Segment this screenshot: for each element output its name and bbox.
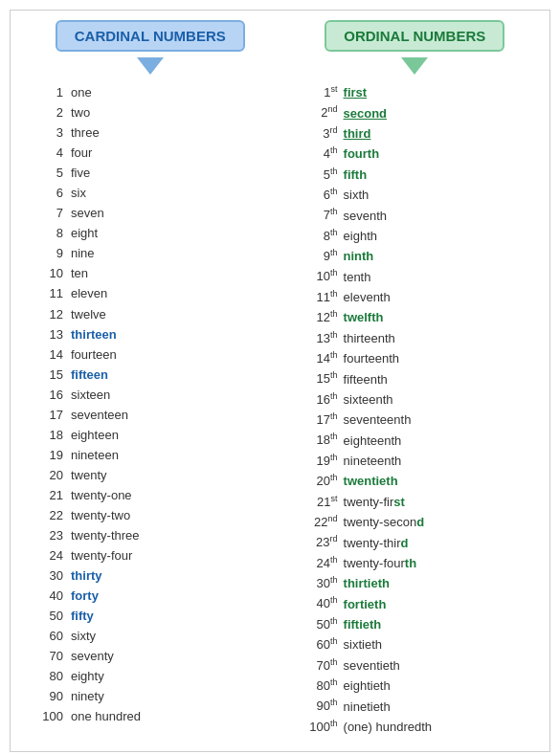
- ordinal-word: eightieth: [344, 676, 391, 696]
- cardinal-number: 70: [34, 646, 63, 666]
- ordinal-number: 50th: [296, 614, 338, 634]
- ordinal-word: sixteenth: [344, 389, 393, 410]
- ordinal-word: seventh: [344, 206, 388, 226]
- ordinal-number: 2nd: [296, 102, 338, 122]
- ordinal-number: 11th: [296, 287, 338, 307]
- ordinal-word: twenty-second: [344, 512, 425, 532]
- cardinal-number: 30: [34, 566, 63, 586]
- table-row: 22twenty-two: [34, 505, 291, 525]
- cardinal-word: fifty: [71, 606, 94, 626]
- cardinal-number: 21: [34, 485, 63, 505]
- cardinal-number: 50: [34, 606, 63, 626]
- cardinal-word: seventy: [71, 646, 114, 666]
- table-row: 40thfortieth: [296, 593, 545, 613]
- cardinal-word: fifteen: [71, 365, 108, 385]
- cardinal-word: forty: [71, 586, 99, 606]
- cardinal-number: 3: [34, 122, 63, 143]
- table-row: 100th(one) hundredth: [296, 717, 545, 737]
- ordinal-word: tenth: [344, 267, 371, 287]
- ordinal-number: 19th: [296, 451, 338, 471]
- cardinal-number: 100: [34, 706, 63, 726]
- cardinal-number: 8: [34, 223, 63, 243]
- cardinal-word: sixteen: [71, 385, 110, 405]
- cardinal-word: seventeen: [71, 405, 128, 425]
- table-row: 1stfirst: [296, 82, 545, 102]
- table-row: 80eighty: [34, 666, 291, 686]
- table-row: 2ndsecond: [296, 102, 545, 122]
- table-row: 21sttwenty-first: [296, 492, 545, 512]
- table-row: 30thirty: [34, 566, 291, 586]
- cardinal-number: 14: [34, 344, 63, 365]
- table-row: 23twenty-three: [34, 525, 291, 545]
- table-row: 8eight: [34, 223, 291, 243]
- table-row: 22ndtwenty-second: [296, 512, 545, 532]
- table-row: 15thfifteenth: [296, 368, 545, 388]
- main-container: CARDINAL NUMBERS ORDINAL NUMBERS 1one2tw…: [10, 10, 550, 752]
- ordinal-word: nineteenth: [344, 451, 402, 471]
- table-row: 20twenty: [34, 465, 291, 485]
- cardinal-arrow: [137, 57, 164, 75]
- cardinal-word: six: [71, 183, 86, 203]
- ordinal-word: thirtieth: [344, 573, 390, 593]
- cardinal-number: 17: [34, 405, 63, 425]
- ordinal-number: 70th: [296, 655, 338, 676]
- table-row: 7thseventh: [296, 205, 545, 225]
- table-row: 3three: [34, 122, 291, 143]
- table-row: 3rdthird: [296, 123, 545, 144]
- cardinal-word: eleven: [71, 283, 107, 303]
- table-row: 30ththirtieth: [296, 573, 545, 593]
- cardinal-number: 1: [34, 82, 63, 102]
- table-row: 100one hundred: [34, 706, 291, 726]
- table-row: 8theighth: [296, 226, 545, 246]
- ordinal-number: 13th: [296, 328, 338, 348]
- ordinal-word: fifteenth: [344, 369, 388, 389]
- table-row: 23rdtwenty-third: [296, 532, 545, 552]
- cardinal-number: 9: [34, 243, 63, 263]
- table-row: 12thtwelfth: [296, 307, 545, 327]
- cardinal-number: 40: [34, 586, 63, 606]
- cardinal-word: nine: [71, 243, 95, 263]
- table-row: 5five: [34, 163, 291, 183]
- cardinal-word: one hundred: [71, 706, 141, 726]
- cardinal-word: ninety: [71, 686, 104, 706]
- cardinal-number: 11: [34, 283, 63, 303]
- ordinal-word: eighteenth: [344, 431, 402, 451]
- ordinal-number: 24th: [296, 553, 338, 573]
- ordinal-number: 30th: [296, 573, 338, 593]
- ordinal-word: twentieth: [344, 471, 398, 491]
- ordinal-number: 23rd: [296, 532, 338, 552]
- table-row: 40forty: [34, 586, 291, 606]
- cardinal-word: thirty: [71, 566, 102, 586]
- ordinal-number: 15th: [296, 368, 338, 388]
- table-row: 13thirteen: [34, 324, 291, 344]
- cardinal-number: 16: [34, 385, 63, 405]
- ordinal-number: 20th: [296, 471, 338, 491]
- ordinal-word: sixtieth: [344, 634, 382, 654]
- ordinal-section: 1stfirst2ndsecond3rdthird4thfourth5thfif…: [291, 82, 545, 737]
- table-row: 6six: [34, 183, 291, 203]
- cardinal-number: 90: [34, 686, 63, 706]
- cardinal-word: twenty-two: [71, 505, 130, 525]
- table-row: 60sixty: [34, 626, 291, 646]
- ordinal-word: fourth: [344, 144, 380, 164]
- table-row: 2two: [34, 102, 291, 122]
- cardinal-word: one: [71, 82, 92, 102]
- table-row: 6thsixth: [296, 185, 545, 205]
- ordinal-number: 9th: [296, 246, 338, 266]
- cardinal-word: eighteen: [71, 425, 119, 445]
- ordinal-word: eleventh: [344, 287, 391, 307]
- cardinal-word: four: [71, 143, 92, 163]
- ordinal-header-box: ORDINAL NUMBERS: [325, 20, 504, 75]
- table-row: 90ninety: [34, 686, 291, 706]
- ordinal-number: 16th: [296, 389, 338, 410]
- ordinal-word: seventeenth: [344, 410, 412, 430]
- table-row: 1one: [34, 82, 291, 102]
- headers: CARDINAL NUMBERS ORDINAL NUMBERS: [15, 20, 545, 75]
- cardinal-number: 23: [34, 525, 63, 545]
- ordinal-number: 4th: [296, 144, 338, 164]
- cardinal-number: 24: [34, 545, 63, 566]
- table-row: 11theleventh: [296, 287, 545, 307]
- cardinal-word: twenty-one: [71, 485, 132, 505]
- ordinal-number: 90th: [296, 696, 338, 716]
- cardinal-number: 13: [34, 324, 63, 344]
